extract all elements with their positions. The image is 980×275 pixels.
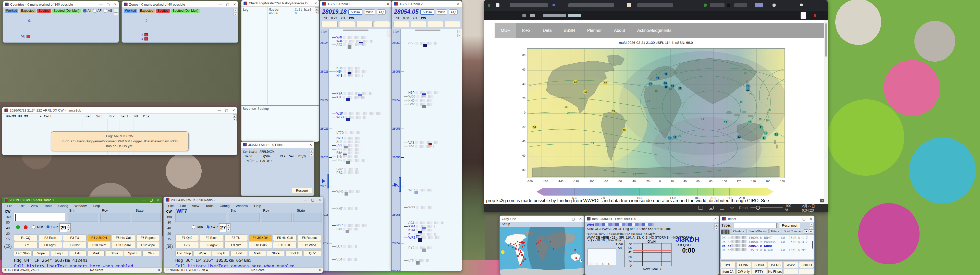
fkey-button[interactable]: F1 CQ — [14, 234, 38, 241]
ionosonde-station-value[interactable]: 10 — [664, 85, 668, 89]
ionosonde-station-value[interactable]: 32 — [603, 82, 608, 85]
zoom-slider[interactable] — [750, 207, 783, 208]
scroll-arrows[interactable]: ▲▼ — [810, 223, 814, 230]
bandmap-spot[interactable]: TI5/ — [404, 144, 461, 148]
menu-item[interactable]: Edit — [180, 204, 186, 208]
ionosonde-station-value[interactable]: 12 — [737, 135, 741, 139]
callsign-input[interactable] — [175, 213, 226, 222]
maximize-icon[interactable]: ▢ — [226, 3, 229, 6]
browser-addressbar[interactable] — [484, 11, 828, 21]
log-column-header[interactable]: Call — [44, 114, 52, 118]
fkey-button[interactable]: F8 Agn? — [38, 242, 62, 248]
telnet-macro-button[interactable] — [799, 269, 814, 275]
log-column-header[interactable]: DD-MM HH:MM — [6, 114, 28, 118]
sp-label[interactable]: S&P — [211, 225, 218, 229]
type-input[interactable] — [733, 223, 776, 228]
close-icon[interactable]: ✕ — [314, 2, 317, 5]
band-item[interactable]: 160 — [165, 215, 173, 219]
fkey-button[interactable]: F12 Wipe — [298, 242, 321, 248]
bandmap-spot[interactable]: KE8 — [404, 232, 461, 236]
ionosonde-station-value[interactable]: 11 — [678, 87, 682, 90]
ionosonde-station-value[interactable]: 38 — [622, 128, 626, 132]
fkey-button[interactable]: F4 JI3KDH — [88, 234, 111, 241]
spot-callsign[interactable]: W9X — [408, 205, 415, 209]
snt-input[interactable] — [229, 213, 259, 222]
spot-callsign[interactable]: WG3 — [336, 115, 344, 119]
close-icon[interactable]: ✕ — [309, 143, 312, 147]
fkey-button[interactable]: F3 TU — [63, 234, 86, 241]
run-label[interactable]: Run — [197, 225, 203, 229]
sp-radio[interactable] — [206, 225, 210, 229]
spot-callsign[interactable]: K9M — [408, 224, 415, 228]
xit-label[interactable]: XIT — [413, 17, 417, 20]
menu-item[interactable]: Edit — [19, 204, 24, 208]
spot-callsign[interactable]: PA3DBS — [764, 240, 776, 244]
bandmap-spot[interactable]: W4D — [332, 39, 390, 43]
ionosonde-station-value[interactable]: 10 — [670, 84, 675, 88]
sp-label[interactable]: S&P — [51, 225, 58, 229]
checkbox-icon[interactable] — [103, 9, 107, 13]
menu-item[interactable]: View — [30, 204, 38, 208]
action-button[interactable]: Wipe — [194, 250, 211, 256]
new-tab-icon[interactable] — [800, 3, 803, 6]
bandmap-spot[interactable]: GR2 — [332, 167, 390, 171]
bandmap-spot[interactable]: WR1 — [404, 236, 461, 239]
wide-button[interactable]: Wide — [364, 9, 375, 14]
countries-titlebar[interactable]: Countries - 0 mults worked of 340 possib… — [3, 1, 119, 8]
ionosonde-station-value[interactable]: 12 — [649, 82, 653, 86]
nav-tab[interactable]: About — [608, 23, 631, 38]
log-column-header[interactable]: Sect — [121, 114, 128, 118]
spot-callsign[interactable]: HI8/ — [336, 147, 342, 151]
code-icon[interactable]: <> — [730, 206, 734, 210]
close-icon[interactable]: ✕ — [810, 217, 812, 221]
telnet-macro-button[interactable]: from JA — [721, 269, 735, 275]
spot-callsign[interactable]: K1GHL — [764, 248, 774, 252]
continent-filter-checkbox[interactable]: ✓All — [83, 9, 91, 13]
ionosonde-station-value[interactable]: 17 — [724, 120, 728, 124]
minimize-icon[interactable]: — — [304, 198, 307, 202]
action-button[interactable]: Store — [106, 250, 123, 256]
spot-callsign[interactable]: PJ4 — [336, 227, 342, 231]
band-item[interactable]: 20 — [4, 232, 12, 235]
fkey-button[interactable]: F4 JI3KDH — [249, 234, 272, 241]
bandmap-spot[interactable]: AC1 — [404, 221, 461, 224]
spot-callsign[interactable]: ZU8 — [336, 140, 342, 144]
run-radio[interactable] — [192, 225, 195, 229]
telnet-macro-button[interactable] — [783, 269, 798, 275]
bandmap-spot[interactable]: PY2 — [404, 246, 461, 250]
state-input[interactable] — [132, 213, 161, 222]
fkey-button[interactable]: F3 TU — [224, 234, 248, 241]
bandmap-spot[interactable]: KH0 — [404, 99, 461, 102]
spot-callsign[interactable]: KH7 — [336, 207, 342, 210]
callsign-input[interactable] — [14, 213, 65, 222]
minimize-icon[interactable]: — — [99, 3, 103, 6]
action-button[interactable]: Mark — [249, 250, 266, 256]
bandmap-spot[interactable]: WG3 — [332, 115, 390, 119]
horizontal-scrollbar[interactable] — [343, 30, 369, 31]
band-item[interactable]: 15 — [4, 237, 12, 241]
browser-tabstrip[interactable] — [484, 0, 828, 11]
spot-callsign[interactable]: A4Z — [336, 43, 342, 46]
menu-item[interactable]: Config — [59, 204, 68, 208]
spot-callsign[interactable]: LU7 — [336, 245, 342, 248]
spot-callsign[interactable]: KH0W — [764, 244, 772, 248]
telnet-tab[interactable]: Clusters — [731, 229, 746, 233]
bandmap-blank-button[interactable] — [410, 21, 426, 27]
bandmap-spot[interactable]: VA3 — [404, 141, 461, 144]
state-input[interactable] — [293, 213, 322, 222]
bandmap1-body[interactable]: ▲▼ CW 2802428023280222802128020280192801… — [320, 29, 391, 271]
cw-speed-spinner[interactable]: 27 ▲▼ — [219, 223, 231, 232]
bandmap-blank-button[interactable] — [356, 21, 372, 27]
maximize-icon[interactable]: ▢ — [572, 217, 575, 221]
close-icon[interactable]: ✕ — [232, 109, 235, 112]
rcv-input[interactable] — [100, 213, 130, 222]
bandmap-blank-button[interactable] — [393, 21, 409, 27]
scroll-arrows[interactable]: ▲▼ — [714, 223, 718, 230]
log-column-header[interactable]: Pts — [143, 114, 149, 118]
rescore-button[interactable]: Rescore — [292, 188, 312, 194]
spin-down-icon[interactable]: ▼ — [67, 228, 70, 232]
telnet-macro-button[interactable]: JI3KDH — [799, 262, 814, 268]
spin-down-icon[interactable]: ▼ — [227, 228, 230, 232]
entry1-titlebar[interactable]: 28019.18 CW TS-590 Radio 1 —▢✕ — [2, 197, 162, 203]
action-button[interactable]: Log It — [51, 250, 68, 256]
